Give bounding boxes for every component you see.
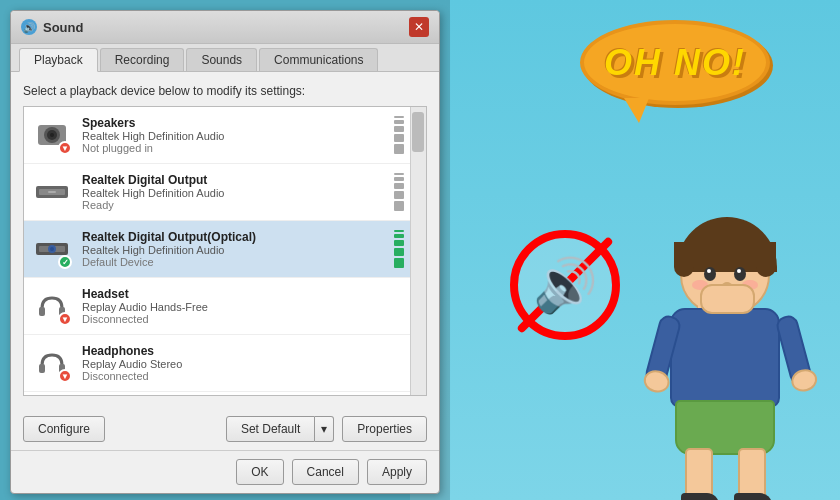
- tab-playback[interactable]: Playback: [19, 48, 98, 72]
- boy-eye-left: [704, 267, 716, 281]
- speakers-name: Speakers: [82, 116, 384, 130]
- cancel-button[interactable]: Cancel: [292, 459, 359, 485]
- boy-shoe-left: [681, 493, 719, 500]
- headphones-name: Headphones: [82, 344, 406, 358]
- optical-info: Realtek Digital Output(Optical) Realtek …: [82, 230, 384, 268]
- properties-button[interactable]: Properties: [342, 416, 427, 442]
- dialog-action-buttons: OK Cancel Apply: [11, 450, 439, 493]
- scrollbar-thumb[interactable]: [412, 112, 424, 152]
- digital-output-icon: [32, 172, 72, 212]
- configure-button[interactable]: Configure: [23, 416, 105, 442]
- boy-shorts: [675, 400, 775, 455]
- headset-badge: ▼: [58, 312, 72, 326]
- tab-sounds[interactable]: Sounds: [186, 48, 257, 71]
- ok-button[interactable]: OK: [236, 459, 283, 485]
- headphones-type: Replay Audio Stereo: [82, 358, 406, 370]
- headphones-info: Headphones Replay Audio Stereo Disconnec…: [82, 344, 406, 382]
- device-item-optical[interactable]: ✓ Realtek Digital Output(Optical) Realte…: [24, 221, 426, 278]
- speakers-badge: ▼: [58, 141, 72, 155]
- tab-communications[interactable]: Communications: [259, 48, 378, 71]
- svg-rect-13: [39, 364, 45, 373]
- boy-body: [670, 308, 780, 408]
- optical-bars: [394, 230, 406, 268]
- optical-type: Realtek High Definition Audio: [82, 244, 384, 256]
- speakers-icon: ▼: [32, 115, 72, 155]
- boy-eye-right: [734, 267, 746, 281]
- optical-icon: ✓: [32, 229, 72, 269]
- no-sign-circle: 🔊: [510, 230, 620, 340]
- speakers-info: Speakers Realtek High Definition Audio N…: [82, 116, 384, 154]
- optical-status: Default Device: [82, 256, 384, 268]
- headphones-status: Disconnected: [82, 370, 406, 382]
- headset-status: Disconnected: [82, 313, 406, 325]
- digital-output-type: Realtek High Definition Audio: [82, 187, 384, 199]
- device-item-digital-output[interactable]: Realtek Digital Output Realtek High Defi…: [24, 164, 426, 221]
- device-item-headset[interactable]: ▼ Headset Replay Audio Hands-Free Discon…: [24, 278, 426, 335]
- headset-name: Headset: [82, 287, 406, 301]
- device-item-speakers[interactable]: ▼ Speakers Realtek High Definition Audio…: [24, 107, 426, 164]
- optical-badge: ✓: [58, 255, 72, 269]
- boy-hand-mouth: [700, 284, 755, 314]
- svg-point-10: [50, 247, 54, 251]
- tab-recording[interactable]: Recording: [100, 48, 185, 71]
- dialog-titlebar: 🔊 Sound ✕: [11, 11, 439, 44]
- headset-info: Headset Replay Audio Hands-Free Disconne…: [82, 287, 406, 325]
- boy-leg-left: [685, 448, 713, 500]
- instruction-text: Select a playback device below to modify…: [23, 84, 427, 98]
- headset-icon: ▼: [32, 286, 72, 326]
- boy-hand-left: [641, 367, 672, 395]
- svg-rect-6: [48, 191, 56, 193]
- digital-output-bars: [394, 173, 406, 211]
- boy-arm-right: [774, 313, 813, 386]
- speakers-type: Realtek High Definition Audio: [82, 130, 384, 142]
- speaker-emoji: 🔊: [533, 255, 598, 316]
- speakers-status: Not plugged in: [82, 142, 384, 154]
- digital-output-status: Ready: [82, 199, 384, 211]
- svg-point-3: [50, 133, 54, 137]
- boy-hair-left: [674, 242, 694, 277]
- background-cartoon: OH NO! 🔊: [410, 0, 840, 500]
- headphones-badge: ▼: [58, 369, 72, 383]
- set-default-button[interactable]: Set Default: [226, 416, 315, 442]
- set-default-arrow-button[interactable]: ▾: [315, 416, 334, 442]
- dialog-tabs: Playback Recording Sounds Communications: [11, 44, 439, 72]
- boy-shoe-right: [734, 493, 772, 500]
- cartoon-boy: [650, 220, 810, 500]
- speech-bubble: OH NO!: [580, 20, 780, 120]
- scrollbar[interactable]: [410, 107, 426, 395]
- sound-dialog: 🔊 Sound ✕ Playback Recording Sounds Comm…: [10, 10, 440, 494]
- boy-head: [680, 220, 770, 315]
- set-default-group: Set Default ▾: [226, 416, 334, 442]
- boy-hand-right: [789, 366, 820, 394]
- close-button[interactable]: ✕: [409, 17, 429, 37]
- no-sound-icon: 🔊: [510, 230, 620, 340]
- optical-name: Realtek Digital Output(Optical): [82, 230, 384, 244]
- device-item-headphones[interactable]: ▼ Headphones Replay Audio Stereo Disconn…: [24, 335, 426, 392]
- dialog-footer-buttons: Configure Set Default ▾ Properties: [11, 408, 439, 450]
- boy-leg-right: [738, 448, 766, 500]
- ohno-text: OH NO!: [604, 42, 746, 84]
- dialog-title: Sound: [43, 20, 83, 35]
- headphones-icon: ▼: [32, 343, 72, 383]
- headset-type: Replay Audio Hands-Free: [82, 301, 406, 313]
- digital-output-info: Realtek Digital Output Realtek High Defi…: [82, 173, 384, 211]
- device-list[interactable]: ▼ Speakers Realtek High Definition Audio…: [23, 106, 427, 396]
- sound-icon-glyph: 🔊: [23, 22, 35, 33]
- sound-icon: 🔊: [21, 19, 37, 35]
- apply-button[interactable]: Apply: [367, 459, 427, 485]
- svg-rect-11: [39, 307, 45, 316]
- digital-output-name: Realtek Digital Output: [82, 173, 384, 187]
- title-left: 🔊 Sound: [21, 19, 83, 35]
- speech-bubble-body: OH NO!: [580, 20, 770, 105]
- dialog-overlay: 🔊 Sound ✕ Playback Recording Sounds Comm…: [0, 0, 450, 500]
- boy-hair-right: [756, 242, 776, 277]
- speakers-bars: [394, 116, 406, 154]
- dialog-body: Select a playback device below to modify…: [11, 72, 439, 408]
